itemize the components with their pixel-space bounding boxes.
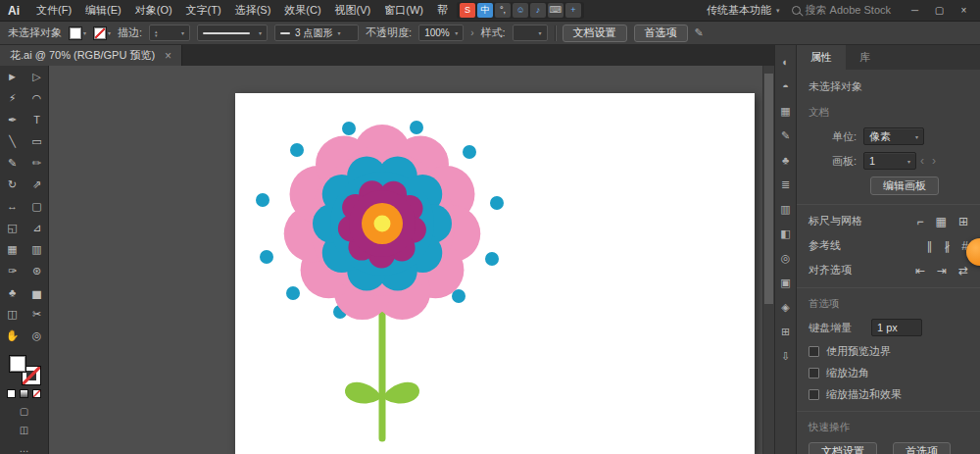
mesh-tool[interactable]: ▦ xyxy=(0,238,24,260)
color-panel-icon[interactable]: ◐ xyxy=(777,55,795,70)
quick-document-setup-button[interactable]: 文档设置 xyxy=(808,442,877,454)
screen-mode-button[interactable]: ◫ xyxy=(0,425,48,435)
gradient-tool[interactable]: ▥ xyxy=(24,238,49,260)
eyedropper-tool[interactable]: ✑ xyxy=(0,260,24,281)
ime-chinese-mode-icon[interactable]: 中 xyxy=(477,3,493,18)
shape-builder-tool[interactable]: ◱ xyxy=(0,217,24,238)
direct-selection-tool[interactable]: ▷ xyxy=(24,66,49,87)
ime-punctuation-icon[interactable]: °, xyxy=(495,3,511,18)
width-tool[interactable]: ↔ xyxy=(0,195,24,217)
artboard[interactable] xyxy=(235,93,755,454)
menubar-item[interactable]: 视图(V) xyxy=(328,3,378,18)
fill-color-swatch[interactable]: ▾ xyxy=(69,26,86,40)
stroke-color-swatch[interactable]: ▾ xyxy=(93,26,111,40)
keyboard-increment-input[interactable] xyxy=(871,319,922,336)
free-transform-tool[interactable]: ▢ xyxy=(24,195,49,217)
tab-properties[interactable]: 属性 xyxy=(797,45,846,70)
sogou-input-icon[interactable]: S xyxy=(460,3,475,18)
magic-wand-tool[interactable]: ⚡ xyxy=(0,87,24,109)
artboard-tool[interactable]: ◫ xyxy=(0,303,24,325)
transparency-panel-icon[interactable]: ◧ xyxy=(777,227,795,241)
opacity-flyout-icon[interactable]: › xyxy=(470,27,473,38)
blend-tool[interactable]: ⊛ xyxy=(24,260,49,281)
edit-artboards-button[interactable]: 编辑画板 xyxy=(870,177,939,195)
column-graph-tool[interactable]: ▅ xyxy=(24,281,49,303)
style-dropdown[interactable]: ▾ xyxy=(513,25,548,41)
draw-mode-button[interactable]: ▢ xyxy=(0,406,48,417)
appearance-panel-icon[interactable]: ◎ xyxy=(777,251,795,266)
menubar-item[interactable]: 文字(T) xyxy=(179,3,228,18)
snap-to-grid-icon[interactable]: ⇤ xyxy=(915,264,925,277)
perspective-grid-tool[interactable]: ⊿ xyxy=(24,217,49,238)
menubar-item[interactable]: 效果(C) xyxy=(277,3,327,18)
transparency-grid-icon[interactable]: ⊞ xyxy=(958,215,968,228)
ruler-icon[interactable]: ⌐ xyxy=(917,215,924,228)
stock-search[interactable]: 搜索 Adobe Stock xyxy=(792,3,891,18)
document-setup-button[interactable]: 文档设置 xyxy=(563,25,627,42)
symbols-panel-icon[interactable]: ♣ xyxy=(777,153,795,168)
document-tab[interactable]: 花.ai @ 70% (RGB/GPU 预览) × xyxy=(0,45,182,66)
layers-panel-icon[interactable]: ◈ xyxy=(777,300,795,315)
zoom-tool[interactable]: ◎ xyxy=(24,325,49,346)
pencil-tool[interactable]: ✏ xyxy=(24,152,49,174)
grid-icon[interactable]: ▦ xyxy=(936,215,947,228)
paintbrush-tool[interactable]: ✎ xyxy=(0,152,24,174)
ime-emoji-icon[interactable]: ☺ xyxy=(513,3,528,18)
edit-toolbar-button[interactable]: … xyxy=(0,443,48,454)
snap-to-pixel-icon[interactable]: ⇥ xyxy=(937,264,947,277)
none-mode-button[interactable] xyxy=(32,389,41,398)
slice-tool[interactable]: ✂ xyxy=(24,303,49,325)
snap-to-point-icon[interactable]: ⇄ xyxy=(958,264,968,277)
pen-tool[interactable]: ✒ xyxy=(0,109,24,130)
menubar-item[interactable]: 文件(F) xyxy=(29,3,78,18)
opacity-dropdown[interactable]: 100% ▾ xyxy=(418,25,464,41)
tab-libraries[interactable]: 库 xyxy=(846,45,884,70)
stroke-weight-stepper[interactable]: ▴▾ ▾ xyxy=(149,25,190,41)
gradient-panel-icon[interactable]: ▥ xyxy=(777,202,795,217)
graphic-styles-panel-icon[interactable]: ▣ xyxy=(777,276,795,290)
workspace-switcher[interactable]: 传统基本功能 ▾ xyxy=(707,3,780,18)
stroke-panel-icon[interactable]: ≣ xyxy=(777,177,795,192)
line-segment-tool[interactable]: ╲ xyxy=(0,130,24,152)
close-tab-icon[interactable]: × xyxy=(165,49,172,63)
scale-strokes-effects-checkbox[interactable] xyxy=(808,389,819,400)
show-guides-icon[interactable]: ∥ xyxy=(926,239,932,253)
quick-preferences-button[interactable]: 首选项 xyxy=(893,442,951,454)
scale-corners-checkbox[interactable] xyxy=(808,368,819,378)
use-preview-bounds-checkbox[interactable] xyxy=(808,346,819,357)
menubar-item[interactable]: 对象(O) xyxy=(128,3,179,18)
rotate-tool[interactable]: ↻ xyxy=(0,174,24,195)
menubar-item[interactable]: 帮 xyxy=(430,3,455,18)
prev-artboard-icon[interactable]: ‹ xyxy=(916,154,928,168)
color-guide-panel-icon[interactable]: ◓ xyxy=(777,79,795,94)
type-tool[interactable]: T xyxy=(24,109,49,130)
lock-guides-icon[interactable]: ∦ xyxy=(944,239,950,253)
units-select[interactable]: 像素 ▾ xyxy=(863,127,924,145)
gradient-mode-button[interactable] xyxy=(20,389,28,398)
width-profile-dropdown[interactable]: ▾ xyxy=(197,25,268,41)
rectangle-tool[interactable]: ▭ xyxy=(24,130,49,152)
swatches-panel-icon[interactable]: ▦ xyxy=(777,104,795,119)
minimize-button[interactable]: ─ xyxy=(903,5,927,16)
hand-tool[interactable]: ✋ xyxy=(0,325,24,346)
fill-stroke-indicator[interactable] xyxy=(8,354,41,385)
close-button[interactable]: × xyxy=(952,5,976,16)
fill-indicator[interactable] xyxy=(9,355,26,373)
selection-tool[interactable]: ► xyxy=(0,66,24,87)
restore-button[interactable]: ▢ xyxy=(927,5,952,16)
artboard-select[interactable]: 1 ▾ xyxy=(863,152,916,170)
lasso-tool[interactable]: ◠ xyxy=(24,87,49,109)
asset-export-panel-icon[interactable]: ⇩ xyxy=(777,349,795,364)
ime-voice-icon[interactable]: ♪ xyxy=(530,3,546,18)
symbol-sprayer-tool[interactable]: ♣ xyxy=(0,281,24,303)
scale-tool[interactable]: ⇗ xyxy=(24,174,49,195)
color-mode-button[interactable] xyxy=(7,389,16,398)
next-artboard-icon[interactable]: › xyxy=(928,154,940,168)
artboards-panel-icon[interactable]: ⊞ xyxy=(777,325,795,339)
menubar-item[interactable]: 窗口(W) xyxy=(377,3,430,18)
brushes-panel-icon[interactable]: ✎ xyxy=(777,128,795,143)
ime-toolbox-icon[interactable]: + xyxy=(565,3,581,18)
preferences-button[interactable]: 首选项 xyxy=(634,25,688,42)
scrollbar-thumb[interactable] xyxy=(764,74,773,304)
canvas-pasteboard[interactable] xyxy=(49,66,774,454)
